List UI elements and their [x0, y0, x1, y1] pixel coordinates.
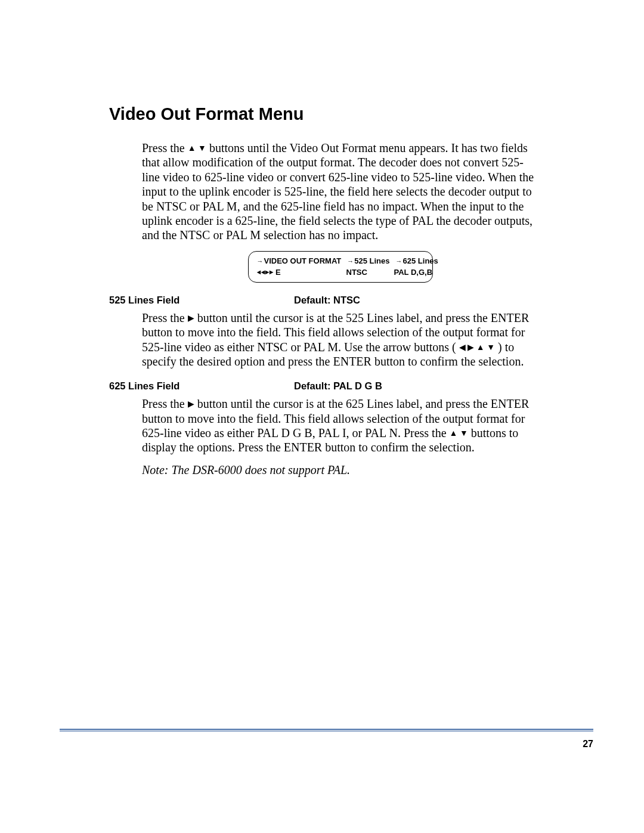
field-625-label: 625 Lines Field — [109, 380, 294, 392]
all-arrows-icon: ◀ ▶ ▲ ▼ — [459, 343, 495, 352]
f525-t1: Press the — [142, 311, 188, 324]
lcd-r1-c3-text: 625 Lines — [403, 256, 438, 265]
field-525-default: Default: NTSC — [294, 295, 360, 306]
note-text: Note: The DSR-6000 does not support PAL. — [142, 463, 538, 477]
intro-text-2: buttons until the Video Out Format menu … — [142, 141, 534, 241]
up-down-icon: ▲ ▼ — [450, 429, 468, 438]
lcd-diagram: →VIDEO OUT FORMAT →525 Lines →625 Lines … — [248, 251, 433, 283]
intro-paragraph: Press the ▲ ▼ buttons until the Video Ou… — [142, 141, 538, 243]
lcd-r1-c1-text: VIDEO OUT FORMAT — [264, 256, 342, 265]
arrow-right-icon: → — [347, 258, 354, 265]
up-down-icon: ▲ ▼ — [188, 144, 206, 153]
field-625-header: 625 Lines Field Default: PAL D G B — [109, 380, 568, 392]
arrow-right-icon: → — [257, 258, 264, 265]
lcd-r2-c2: NTSC — [346, 267, 388, 278]
right-arrow-icon: ▶ — [188, 314, 194, 323]
nav-arrows-icon: ◂◂▸▸ — [257, 268, 274, 276]
field-525-paragraph: Press the ▶ button until the cursor is a… — [142, 311, 538, 369]
field-625-default: Default: PAL D G B — [294, 380, 382, 392]
section-title: Video Out Format Menu — [109, 104, 568, 124]
arrow-right-icon: → — [396, 258, 402, 265]
footer-rule — [60, 729, 593, 732]
lcd-row-1: →VIDEO OUT FORMAT →525 Lines →625 Lines — [257, 255, 422, 267]
field-625-paragraph: Press the ▶ button until the cursor is a… — [142, 397, 538, 455]
lcd-r1-c2-text: 525 Lines — [354, 256, 389, 265]
lcd-row-2: ◂◂▸▸ E NTSC PAL D,G,B — [257, 267, 422, 278]
lcd-r2-c3: PAL D,G,B — [394, 267, 436, 278]
f625-t1: Press the — [142, 397, 188, 410]
right-arrow-icon: ▶ — [188, 400, 194, 408]
lcd-r1-c1: →VIDEO OUT FORMAT — [257, 255, 342, 267]
lcd-r1-c2: →525 Lines — [347, 255, 389, 267]
document-page: Video Out Format Menu Press the ▲ ▼ butt… — [0, 0, 644, 833]
field-525-label: 525 Lines Field — [109, 295, 294, 306]
page-number: 27 — [583, 739, 593, 750]
field-525-header: 525 Lines Field Default: NTSC — [109, 295, 568, 306]
lcd-r2-c1-e: E — [274, 268, 281, 277]
field-625-body: Press the ▶ button until the cursor is a… — [142, 397, 538, 477]
lcd-r2-c1: ◂◂▸▸ E — [257, 267, 340, 278]
content-area: Video Out Format Menu Press the ▲ ▼ butt… — [109, 104, 568, 477]
intro-text-1: Press the — [142, 141, 188, 154]
lcd-diagram-wrap: →VIDEO OUT FORMAT →525 Lines →625 Lines … — [142, 251, 538, 283]
intro-block: Press the ▲ ▼ buttons until the Video Ou… — [142, 141, 538, 283]
lcd-r1-c3: →625 Lines — [396, 255, 438, 267]
field-525-body: Press the ▶ button until the cursor is a… — [142, 311, 538, 369]
